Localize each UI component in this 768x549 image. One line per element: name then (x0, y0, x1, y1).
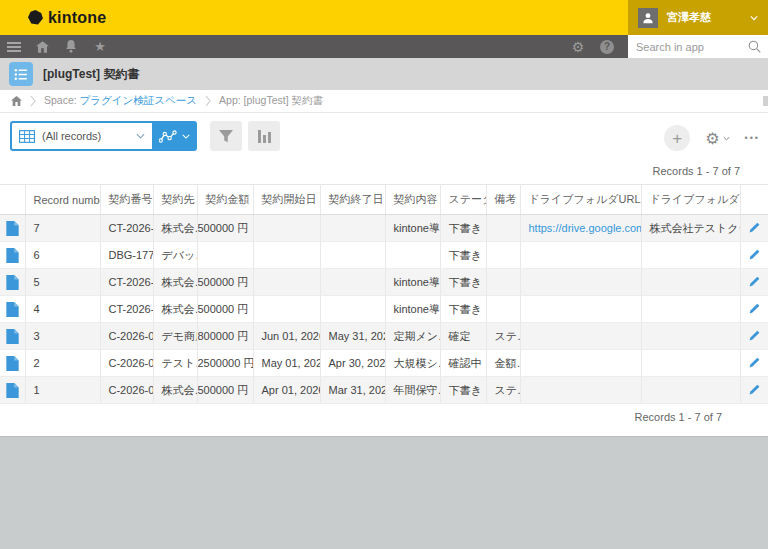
cell-契約終了日 (320, 242, 385, 269)
breadcrumb-space-link[interactable]: プラグイン検証スペース (80, 94, 197, 106)
more-options-button[interactable]: ••• (745, 133, 760, 143)
cell-ドライブフォルダURL (520, 350, 641, 377)
cell-契約内容: 年間保守… (385, 377, 440, 404)
cell-契約金額: 500000 円 (197, 215, 253, 242)
column-header-10[interactable]: ドライブフォルダ名 (641, 185, 740, 215)
cell-契約先: 株式会… (153, 215, 197, 242)
top-bar: kintone 宮澤孝慈 (0, 0, 768, 35)
cell-ドライブフォルダURL[interactable]: https://drive.google.com/… (520, 215, 641, 242)
record-detail-cell[interactable] (0, 350, 25, 377)
cell-ドライブフォルダURL (520, 377, 641, 404)
record-detail-cell[interactable] (0, 215, 25, 242)
funnel-icon (218, 129, 234, 143)
edit-record-cell[interactable] (740, 242, 768, 269)
notifications-bell-icon[interactable] (63, 39, 79, 55)
cell-契約金額: 500000 円 (197, 377, 253, 404)
column-header-6[interactable]: 契約内容 (385, 185, 440, 215)
cell-契約終了日: May 31, 2027 (320, 323, 385, 350)
breadcrumb-separator-icon (30, 95, 36, 107)
graph-button[interactable] (248, 121, 280, 151)
settings-gear-icon[interactable]: ⚙ (570, 39, 586, 55)
column-header-2[interactable]: 契約先 (153, 185, 197, 215)
edit-pencil-icon[interactable] (748, 278, 761, 290)
edit-record-cell[interactable] (740, 377, 768, 404)
record-document-icon[interactable] (6, 356, 19, 371)
view-selector-dropdown[interactable]: (All records) (10, 121, 152, 151)
help-icon[interactable]: ? (600, 40, 614, 54)
favorites-star-icon[interactable]: ★ (92, 39, 108, 55)
cell-備考: ステ… (486, 323, 520, 350)
record-document-icon[interactable] (6, 248, 19, 263)
column-header-7[interactable]: ステータス (440, 185, 486, 215)
cell-契約終了日 (320, 215, 385, 242)
cell-ドライブフォルダ名 (641, 242, 740, 269)
edit-record-cell[interactable] (740, 350, 768, 377)
cell-備考 (486, 242, 520, 269)
record-document-icon[interactable] (6, 221, 19, 236)
current-view-label: (All records) (42, 130, 129, 142)
record-detail-cell[interactable] (0, 296, 25, 323)
breadcrumb-home-icon[interactable] (10, 95, 22, 107)
cell-契約金額: 2500000 円 (197, 350, 253, 377)
edit-pencil-icon[interactable] (748, 332, 761, 344)
column-header-5[interactable]: 契約終了日 (320, 185, 385, 215)
cell-備考 (486, 296, 520, 323)
edit-pencil-icon[interactable] (748, 386, 761, 398)
chart-view-toggle-button[interactable] (152, 121, 197, 151)
home-icon[interactable] (34, 39, 50, 55)
cell-ステータス: 下書き (440, 296, 486, 323)
nav-right-group: ⚙ ? (570, 35, 768, 58)
line-chart-icon (159, 130, 177, 143)
edit-record-cell[interactable] (740, 269, 768, 296)
cell-契約番号: C-2026-0… (100, 323, 153, 350)
cell-備考: 金額… (486, 350, 520, 377)
cell-Record number: 5 (25, 269, 100, 296)
column-header-3[interactable]: 契約金額 (197, 185, 253, 215)
cell-契約開始日 (253, 296, 320, 323)
record-document-icon[interactable] (6, 275, 19, 290)
add-record-button[interactable]: + (664, 125, 690, 151)
column-header-4[interactable]: 契約開始日 (253, 185, 320, 215)
edit-record-cell[interactable] (740, 296, 768, 323)
cell-ステータス: 下書き (440, 269, 486, 296)
cell-契約開始日: Apr 01, 2026 (253, 377, 320, 404)
user-menu[interactable]: 宮澤孝慈 (628, 0, 768, 35)
record-detail-cell[interactable] (0, 323, 25, 350)
cell-契約開始日: May 01, 2026 (253, 350, 320, 377)
cell-ドライブフォルダURL (520, 296, 641, 323)
cell-ドライブフォルダ名 (641, 296, 740, 323)
column-header-0[interactable]: Record number (25, 185, 100, 215)
breadcrumb-space: Space: プラグイン検証スペース (44, 94, 197, 108)
edit-record-cell[interactable] (740, 323, 768, 350)
edit-pencil-icon[interactable] (748, 359, 761, 371)
edit-record-cell[interactable] (740, 215, 768, 242)
table-header: Record number契約番号契約先契約金額契約開始日契約終了日契約内容ステ… (0, 185, 768, 215)
cell-ステータス: 下書き (440, 242, 486, 269)
app-settings-button[interactable]: ⚙ (705, 129, 729, 148)
record-document-icon[interactable] (6, 302, 19, 317)
record-detail-cell[interactable] (0, 242, 25, 269)
edit-pencil-icon[interactable] (748, 224, 761, 236)
column-header-1[interactable]: 契約番号 (100, 185, 153, 215)
filter-button[interactable] (210, 121, 242, 151)
avatar (638, 8, 658, 28)
user-name: 宮澤孝慈 (667, 10, 741, 25)
hamburger-menu-icon[interactable] (7, 42, 21, 52)
record-document-icon[interactable] (6, 383, 19, 398)
search-icon[interactable] (748, 40, 761, 53)
record-list-content: (All records) (0, 113, 768, 423)
kintone-logo[interactable]: kintone (27, 9, 106, 27)
column-header-9[interactable]: ドライブフォルダURL (520, 185, 641, 215)
column-header-8[interactable]: 備考 (486, 185, 520, 215)
record-document-icon[interactable] (6, 329, 19, 344)
cell-契約金額 (197, 242, 253, 269)
edit-pencil-icon[interactable] (748, 305, 761, 317)
table-row: 6DBG-177…デバッ…下書き (0, 242, 768, 269)
records-count-bottom: Records 1 - 7 of 7 (0, 404, 768, 423)
cell-契約番号: DBG-177… (100, 242, 153, 269)
record-detail-cell[interactable] (0, 269, 25, 296)
record-detail-cell[interactable] (0, 377, 25, 404)
edit-pencil-icon[interactable] (748, 251, 761, 263)
app-icon[interactable] (9, 62, 33, 86)
search-input[interactable] (628, 41, 748, 53)
